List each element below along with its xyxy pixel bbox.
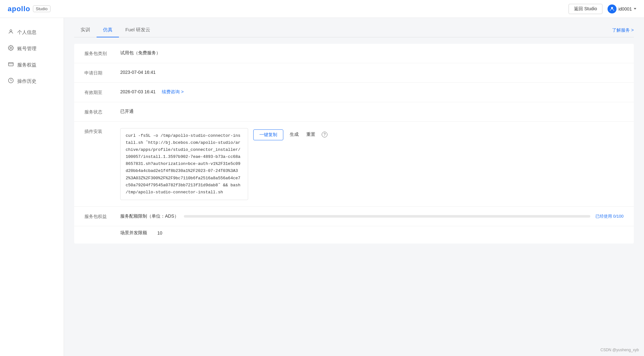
valid-until-label: 有效期至 (84, 89, 110, 96)
valid-until-value: 2026-07-03 16:41 续费咨询 > (120, 89, 624, 95)
content-card: 服务包类别 试用包（免费服务） 申请日期 2023-07-04 16:41 有效… (74, 44, 634, 244)
scene-concurrency-label-spacer (84, 233, 110, 233)
tabs: 实训 仿真 Fuel 研发云 了解服务 > (74, 18, 634, 37)
user-name: id0001 (618, 6, 632, 12)
progress-bar (184, 215, 590, 218)
service-type-value: 试用包（免费服务） (120, 50, 624, 56)
logo-text: apollo (8, 5, 30, 13)
benefits-progress-wrapper: 服务配额限制（单位：ADS） 已经使用 0/100 (120, 213, 624, 219)
sidebar-item-account-mgmt[interactable]: 账号管理 (0, 41, 64, 57)
help-icon[interactable]: ? (322, 132, 327, 137)
layout: 个人信息 账号管理 服务权益 操作历史 实训 仿真 Fuel 研发云 (0, 18, 644, 356)
plugin-code-block: curl -fsSL -o /tmp/apollo-studio-connect… (120, 128, 248, 200)
header: apollo Studio 返回 Studio id0001 (0, 0, 644, 18)
apply-date-row: 申请日期 2023-07-04 16:41 (74, 63, 634, 83)
progress-text: 已经使用 0/100 (595, 213, 624, 219)
sidebar-label-account-mgmt: 账号管理 (17, 46, 36, 52)
main-content: 实训 仿真 Fuel 研发云 了解服务 > 服务包类别 试用包（免费服务） 申请… (64, 18, 644, 356)
scene-concurrency-row: 场景并发限额 10 (74, 226, 634, 236)
sidebar-label-operation-history: 操作历史 (17, 78, 36, 84)
valid-until-date: 2026-07-03 16:41 (120, 89, 156, 94)
plugin-actions: 一键复制 生成 重置 ? (253, 129, 327, 140)
header-left: apollo Studio (8, 5, 51, 13)
tab-training[interactable]: 实训 (74, 23, 97, 37)
history-icon (8, 78, 14, 85)
header-right: 返回 Studio id0001 (569, 4, 636, 14)
sidebar: 个人信息 账号管理 服务权益 操作历史 (0, 18, 64, 356)
svg-point-1 (10, 30, 12, 32)
reset-button[interactable]: 重置 (305, 129, 317, 140)
user-info[interactable]: id0001 (608, 4, 636, 13)
plugin-install-row: 插件安装 curl -fsSL -o /tmp/apollo-studio-co… (74, 122, 634, 207)
apply-date-label: 申请日期 (84, 70, 110, 76)
watermark: CSDN @yusheng_xyb (601, 348, 639, 352)
settings-icon (8, 45, 14, 52)
sidebar-label-personal-info: 个人信息 (17, 29, 36, 35)
sidebar-label-service-rights: 服务权益 (17, 62, 36, 68)
service-status-row: 服务状态 已开通 (74, 102, 634, 122)
service-status-value: 已开通 (120, 109, 624, 114)
plugin-install-content: curl -fsSL -o /tmp/apollo-studio-connect… (120, 128, 624, 200)
svg-rect-3 (9, 63, 13, 66)
scene-concurrency-label: 场景并发限额 (120, 230, 147, 236)
plugin-install-label: 插件安装 (84, 128, 110, 135)
service-type-row: 服务包类别 试用包（免费服务） (74, 44, 634, 63)
learn-service-link[interactable]: 了解服务 > (612, 27, 634, 33)
used-value: 0/100 (613, 214, 624, 219)
copy-button[interactable]: 一键复制 (253, 129, 283, 140)
card-icon (8, 61, 14, 69)
scene-concurrency-content: 场景并发限额 10 (120, 230, 162, 236)
svg-point-2 (10, 47, 12, 49)
studio-badge: Studio (33, 5, 51, 12)
avatar (608, 4, 617, 13)
scene-concurrency-value: 10 (157, 230, 162, 236)
already-used-label: 已经使用 (595, 214, 612, 219)
generate-button[interactable]: 生成 (288, 129, 300, 140)
benefits-desc: 服务配额限制（单位：ADS） (120, 213, 179, 219)
service-benefits-row: 服务包权益 服务配额限制（单位：ADS） 已经使用 0/100 (74, 207, 634, 226)
tab-fuel[interactable]: Fuel 研发云 (119, 23, 157, 37)
tab-simulation[interactable]: 仿真 (97, 23, 119, 37)
svg-point-0 (611, 7, 613, 9)
apply-date-value: 2023-07-04 16:41 (120, 70, 624, 75)
person-icon (8, 29, 14, 36)
sidebar-item-personal-info[interactable]: 个人信息 (0, 24, 64, 41)
apollo-logo: apollo Studio (8, 5, 51, 13)
renew-link[interactable]: 续费咨询 > (162, 89, 184, 94)
chevron-down-icon (634, 8, 636, 10)
valid-until-row: 有效期至 2026-07-03 16:41 续费咨询 > (74, 83, 634, 102)
service-status-label: 服务状态 (84, 109, 110, 115)
sidebar-item-service-rights[interactable]: 服务权益 (0, 57, 64, 73)
benefits-label: 服务包权益 (84, 213, 110, 220)
return-studio-button[interactable]: 返回 Studio (569, 4, 602, 14)
service-type-label: 服务包类别 (84, 50, 110, 57)
sidebar-item-operation-history[interactable]: 操作历史 (0, 73, 64, 89)
